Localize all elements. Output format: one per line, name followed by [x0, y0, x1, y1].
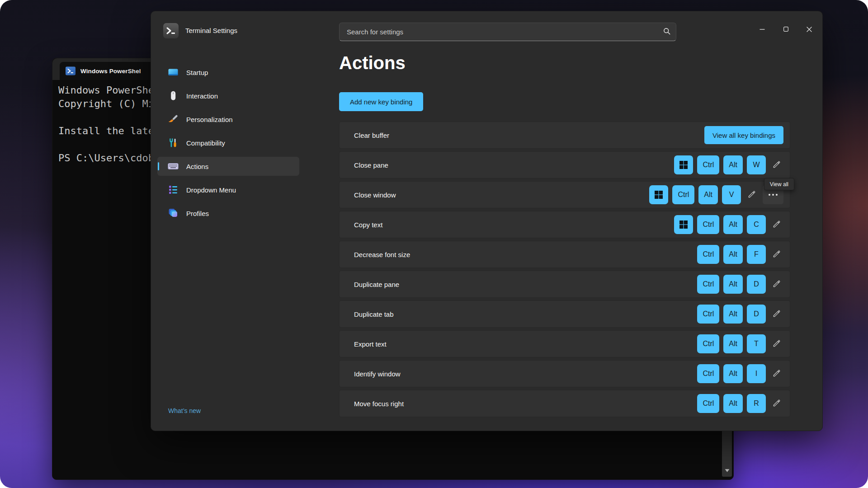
action-row-move-focus-right: Move focus right CtrlAltR: [339, 390, 790, 417]
edit-binding-button[interactable]: [770, 215, 783, 234]
sidebar-item-label: Interaction: [186, 92, 218, 100]
powershell-tab[interactable]: Windows PowerShel: [60, 62, 158, 80]
action-row-controls: CtrlAltF: [697, 245, 783, 264]
whats-new-link[interactable]: What’s new: [168, 407, 201, 414]
action-row-controls: CtrlAltT: [697, 334, 783, 353]
pencil-icon: [772, 309, 781, 319]
key-badge: Alt: [723, 155, 743, 174]
action-row-identify-window: Identify window CtrlAltI: [339, 360, 790, 387]
key-badge: R: [747, 394, 766, 413]
key-badge: Alt: [723, 334, 743, 353]
maximize-button[interactable]: [775, 22, 796, 38]
key-badge: Ctrl: [697, 394, 719, 413]
action-row-duplicate-tab: Duplicate tab CtrlAltD: [339, 300, 790, 328]
minimize-button[interactable]: [752, 22, 773, 38]
edit-binding-button[interactable]: [770, 364, 783, 383]
edit-binding-button[interactable]: [770, 155, 783, 174]
key-badge: Ctrl: [697, 215, 719, 234]
action-row-controls: CtrlAltV: [649, 185, 783, 204]
key-badge: Ctrl: [697, 364, 719, 383]
win-logo-icon: [679, 220, 689, 230]
action-label: Duplicate pane: [354, 281, 399, 288]
key-badge: Ctrl: [672, 185, 694, 204]
key-badge: Alt: [723, 394, 743, 413]
edit-binding-button[interactable]: [770, 394, 783, 413]
sidebar-item-actions[interactable]: Actions: [157, 157, 299, 176]
key-badge: I: [747, 364, 766, 383]
pencil-icon: [772, 369, 781, 379]
edit-binding-button[interactable]: [770, 275, 783, 294]
win-key-badge: [674, 215, 693, 234]
settings-sidebar: Startup Interaction Personalization Comp…: [157, 63, 299, 223]
startup-icon: [167, 66, 179, 78]
edit-binding-button[interactable]: [745, 185, 759, 204]
key-badge: Ctrl: [697, 275, 719, 294]
pencil-icon: [772, 279, 781, 290]
actions-list: Clear buffer View all key bindings Close…: [339, 122, 790, 417]
action-row-controls: CtrlAltI: [697, 364, 783, 383]
ellipsis-icon: [776, 194, 778, 196]
sidebar-item-startup[interactable]: Startup: [157, 63, 299, 82]
search-input[interactable]: [340, 28, 658, 36]
sidebar-item-label: Profiles: [186, 210, 209, 217]
key-badge: Ctrl: [697, 245, 719, 264]
ellipsis-icon: [769, 194, 770, 196]
search-button[interactable]: [658, 23, 676, 41]
terminal-settings-icon: [163, 23, 179, 39]
edit-binding-button[interactable]: [770, 334, 783, 353]
win-logo-icon: [654, 190, 664, 200]
add-key-binding-button[interactable]: Add new key binding: [339, 92, 423, 111]
key-badge: T: [747, 334, 766, 353]
view-all-key-bindings-button[interactable]: View all key bindings: [704, 126, 783, 144]
action-label: Clear buffer: [354, 131, 389, 139]
scroll-down-button[interactable]: [722, 466, 732, 475]
window-controls: [752, 22, 820, 38]
powershell-tab-title: Windows PowerShel: [80, 68, 141, 75]
pencil-icon: [772, 249, 781, 260]
window-title: Terminal Settings: [185, 27, 237, 35]
profiles-icon: [167, 207, 179, 219]
edit-binding-button[interactable]: [770, 305, 783, 324]
sidebar-item-label: Startup: [186, 69, 208, 76]
pencil-icon: [747, 190, 756, 200]
edit-binding-button[interactable]: [770, 245, 783, 264]
key-badge: Alt: [723, 305, 743, 324]
key-badge: Alt: [723, 364, 743, 383]
action-row-close-window: Close window CtrlAltV: [339, 181, 790, 208]
key-badge: C: [747, 215, 766, 234]
maximize-icon: [783, 26, 789, 33]
win-logo-icon: [679, 160, 689, 170]
pencil-icon: [772, 399, 781, 409]
desktop-wallpaper: Windows PowerShel Windows PowerSheCopyri…: [0, 0, 868, 488]
sidebar-item-profiles[interactable]: Profiles: [157, 204, 299, 223]
action-row-decrease-font-size: Decrease font size CtrlAltF: [339, 241, 790, 268]
sidebar-item-label: Actions: [186, 163, 208, 170]
action-row-clear-buffer: Clear buffer View all key bindings: [339, 122, 790, 149]
sidebar-item-dropdown-menu[interactable]: Dropdown Menu: [157, 180, 299, 199]
selected-indicator: [158, 162, 159, 170]
sidebar-item-label: Dropdown Menu: [186, 186, 236, 194]
action-row-controls: CtrlAltC: [674, 215, 783, 234]
close-button[interactable]: [799, 22, 820, 38]
pencil-icon: [772, 220, 781, 230]
key-badge: Ctrl: [697, 334, 719, 353]
key-badge: F: [747, 245, 766, 264]
close-icon: [806, 26, 812, 34]
key-badge: Alt: [698, 185, 718, 204]
action-row-controls: CtrlAltR: [697, 394, 783, 413]
dropdown-menu-icon: [167, 184, 179, 196]
scroll-down-icon: [724, 466, 730, 474]
win-key-badge: [674, 155, 693, 174]
minimize-icon: [759, 26, 765, 34]
sidebar-item-interaction[interactable]: Interaction: [157, 86, 299, 105]
interaction-icon: [167, 90, 179, 102]
sidebar-item-label: Personalization: [186, 116, 233, 123]
personalization-icon: [167, 113, 179, 125]
action-label: Identify window: [354, 370, 401, 378]
sidebar-item-label: Compatibility: [186, 139, 225, 147]
sidebar-item-personalization[interactable]: Personalization: [157, 110, 299, 129]
action-label: Decrease font size: [354, 251, 410, 258]
action-row-controls: CtrlAltD: [697, 275, 783, 294]
action-label: Duplicate tab: [354, 310, 394, 318]
sidebar-item-compatibility[interactable]: Compatibility: [157, 133, 299, 152]
